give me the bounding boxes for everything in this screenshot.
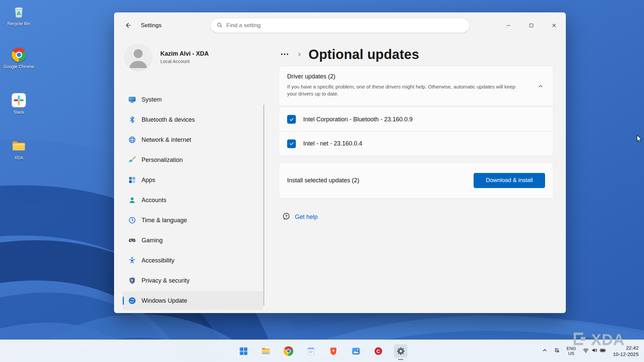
bluetooth-icon [128,116,136,124]
update-checkbox[interactable] [287,115,296,124]
desktop-icon-recycle-bin[interactable]: Recycle Bin [3,4,34,26]
start-button[interactable] [237,344,250,358]
update-row[interactable]: Intel Corporation - Bluetooth - 23.160.0… [279,107,553,131]
search-icon [217,22,222,29]
driver-updates-expander-header[interactable]: Driver updates (2) If you have a specifi… [279,66,553,106]
sidebar-item-time-language[interactable]: Time & language [123,211,263,230]
update-label: Intel Corporation - Bluetooth - 23.160.0… [303,116,413,123]
update-row[interactable]: Intel - net - 23.160.0.4 [279,131,553,156]
paintbrush-icon [128,156,136,164]
sidebar-item-label: Gaming [142,237,163,244]
breadcrumb-overflow-button[interactable]: ••• [279,51,291,58]
window-controls [501,19,562,32]
svg-text:?: ? [285,214,287,218]
get-help-link[interactable]: Get help [295,214,318,221]
taskbar: C ENG US [0,340,644,362]
update-label: Intel - net - 23.160.0.4 [303,140,362,147]
sidebar-item-windows-update[interactable]: Windows Update [123,291,263,310]
maximize-button[interactable] [524,19,539,32]
xda-logo-icon [572,331,588,348]
language-region: US [567,351,576,356]
desktop-icon-label: Recycle Bin [7,21,31,26]
ccleaner-button[interactable]: C [372,344,385,358]
sidebar-item-network-internet[interactable]: Network & internet [123,130,263,149]
slack-icon [11,93,26,108]
brave-button[interactable] [327,344,340,358]
apps-grid-icon [128,176,136,184]
tray-chevron-button[interactable] [539,344,550,358]
tray-date: 10-12-2025 [613,351,639,357]
get-help-row[interactable]: ? Get help [279,213,553,222]
back-button[interactable] [122,19,134,31]
collapse-button[interactable] [534,80,546,92]
shield-icon [128,277,136,285]
desktop-icon-google-chrome[interactable]: Google Chrome [3,47,34,69]
update-checkbox[interactable] [287,139,296,148]
sidebar-item-bluetooth-devices[interactable]: Bluetooth & devices [123,110,263,129]
sidebar-item-label: Network & internet [142,136,191,143]
expander-title: Driver updates (2) [287,73,530,80]
windows-update-icon [128,297,136,305]
sidebar-item-label: Accessibility [142,257,174,264]
settings-taskbar-button[interactable] [394,344,408,358]
chevron-right-icon [297,52,302,57]
chevron-up-icon [542,348,547,354]
desktop-icon-label: Google Chrome [3,64,34,69]
svg-text:C: C [376,348,380,354]
sidebar: Kazim Alvi - XDA Local Account System Bl… [114,41,272,313]
desktop-icon-label: Slack [13,110,24,115]
titlebar: Settings [114,12,566,41]
sidebar-item-system[interactable]: System [123,90,263,109]
taskbar-icons: C [237,344,408,358]
sidebar-item-gaming[interactable]: Gaming [123,231,263,250]
sidebar-item-accounts[interactable]: Accounts [123,191,263,209]
sidebar-item-label: Personalization [142,157,183,164]
system-icon [128,96,136,104]
photos-button[interactable] [349,344,363,358]
settings-nav: System Bluetooth & devices Network & int… [123,90,263,310]
settings-window: Settings [114,12,566,313]
xda-watermark-text: XDA [591,330,625,349]
notepad-button[interactable] [304,344,318,358]
expander-description: If you have a specific problem, one of t… [287,83,522,98]
user-name: Kazim Alvi - XDA [160,50,209,57]
chrome-taskbar-button[interactable] [282,344,295,358]
person-icon [128,196,136,204]
sidebar-item-label: Windows Update [142,297,187,304]
close-button[interactable] [546,19,562,32]
driver-updates-list: Intel Corporation - Bluetooth - 23.160.0… [279,107,553,156]
download-install-button[interactable]: Download & install [474,173,545,188]
clock-icon [128,216,136,224]
user-account-type: Local Account [160,59,209,64]
sidebar-item-apps[interactable]: Apps [123,171,263,189]
help-icon: ? [282,213,290,222]
sidebar-item-label: Time & language [142,217,187,224]
main-content: ••• Optional updates Driver updates (2) … [272,41,566,313]
xda-watermark: XDA [572,330,625,349]
search-input[interactable] [226,22,463,29]
sidebar-scrollbar[interactable] [263,105,264,306]
minimize-button[interactable] [501,19,516,32]
desktop-icon-slack[interactable]: Slack [3,93,34,115]
sidebar-item-privacy-security[interactable]: Privacy & security [123,271,263,290]
notifications-off-icon [554,348,560,355]
file-explorer-button[interactable] [259,344,273,358]
sidebar-item-label: Accounts [142,197,166,204]
desktop-icon-xda-folder[interactable]: XDA [3,138,34,161]
sidebar-item-accessibility[interactable]: Accessibility [123,251,263,270]
sidebar-item-label: Privacy & security [142,277,190,284]
user-account-block[interactable]: Kazim Alvi - XDA Local Account [125,44,272,70]
install-selected-label: Install selected updates (2) [287,177,359,184]
sidebar-item-personalization[interactable]: Personalization [123,150,263,169]
recycle-bin-icon [11,4,26,19]
sidebar-item-label: Apps [142,177,155,184]
folder-icon [11,138,26,154]
sidebar-item-label: Bluetooth & devices [142,116,195,123]
avatar [125,44,152,70]
do-not-disturb-button[interactable] [551,344,562,358]
window-title: Settings [141,22,161,29]
search-box[interactable] [210,18,470,33]
breadcrumb: ••• Optional updates [279,43,553,66]
sidebar-item-label: System [142,96,162,103]
page-title: Optional updates [309,47,419,62]
